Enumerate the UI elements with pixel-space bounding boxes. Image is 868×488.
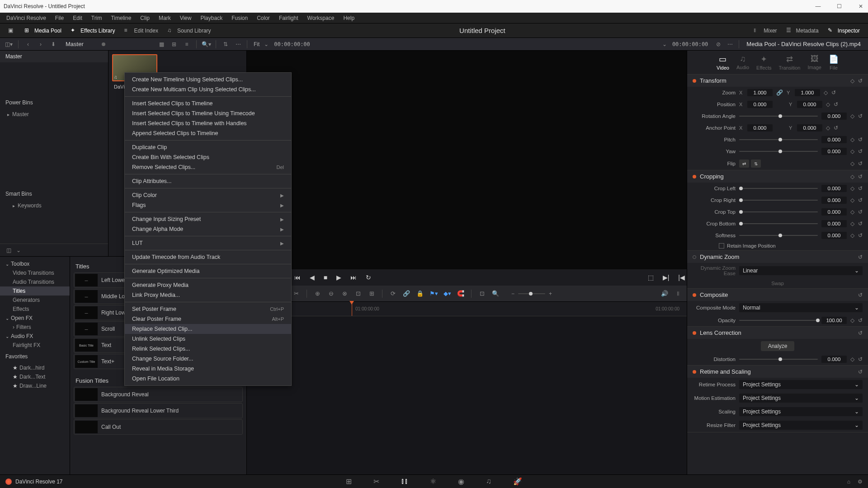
tree-toolbox[interactable]: Toolbox [0, 259, 70, 268]
edit-page-button[interactable]: ⫿⫿ [401, 477, 408, 486]
favorite-item[interactable]: ★Draw...Line [0, 381, 70, 390]
menu-edit[interactable]: Edit [68, 15, 87, 21]
lock-button[interactable]: 🔒 [415, 289, 425, 299]
close-button[interactable]: ✕ [857, 3, 864, 10]
menu-item-open-file-location[interactable]: Open File Location [125, 374, 291, 384]
first-frame-button[interactable]: ⏮ [292, 272, 302, 283]
effects-library-button[interactable]: ✦Effects Library [66, 25, 119, 36]
fit-clip-button[interactable]: ⊡ [353, 289, 363, 299]
menu-file[interactable]: File [51, 15, 68, 21]
tree-generators[interactable]: Generators [0, 296, 70, 305]
rotation-value[interactable]: 0.000 [821, 113, 847, 120]
swap-button[interactable]: Swap [771, 281, 784, 286]
menu-davinci-resolve[interactable]: DaVinci Resolve [2, 15, 51, 21]
flag-button[interactable]: ⚑▾ [429, 289, 439, 299]
ease-select[interactable]: Linear⌄ [739, 266, 863, 275]
tree-titles[interactable]: Titles [0, 286, 70, 296]
menu-item-create-new-multicam-clip-using[interactable]: Create New Multicam Clip Using Selected … [125, 84, 291, 94]
fusion-page-button[interactable]: ⚛ [430, 477, 436, 486]
menu-playback[interactable]: Playback [196, 15, 227, 21]
pitch-value[interactable]: 0.000 [821, 136, 847, 143]
fusion-title-call-out[interactable]: Call Out [74, 419, 243, 435]
inspector-tab-video[interactable]: ▭Video [717, 54, 729, 70]
menu-item-replace-selected-clip-[interactable]: Replace Selected Clip... [125, 324, 291, 334]
timeline-options[interactable]: ⫴ [673, 289, 683, 299]
anchor-x-value[interactable]: 0.000 [747, 124, 773, 131]
home-button[interactable]: ⌂ [847, 479, 850, 485]
smart-bin-keywords[interactable]: Keywords [0, 201, 108, 211]
settings-button[interactable]: ⚙ [858, 479, 863, 485]
menu-item-clip-attributes-[interactable]: Clip Attributes... [125, 176, 291, 186]
fusion-title-background-reveal[interactable]: Background Reveal [74, 387, 243, 402]
nav-back[interactable]: ‹ [23, 39, 33, 49]
lens-header[interactable]: Lens Correction [700, 329, 854, 336]
favorite-item[interactable]: ★Dark...hird [0, 363, 70, 372]
distortion-value[interactable]: 0.000 [821, 356, 847, 363]
power-bin-master[interactable]: Master [0, 109, 108, 119]
media-pool-button[interactable]: ⊞Media Pool [20, 25, 66, 36]
cut-page-button[interactable]: ✂ [373, 477, 379, 486]
transform-header[interactable]: Transform [700, 77, 847, 84]
zoom-button[interactable]: 🔍 [491, 289, 500, 299]
menu-workspace[interactable]: Workspace [303, 15, 339, 21]
retain-position-checkbox[interactable] [719, 243, 724, 249]
favorites-header[interactable]: Favorites [0, 350, 70, 363]
anchor-y-value[interactable]: 0.000 [797, 124, 822, 131]
menu-item-create-bin-with-selected-clips[interactable]: Create Bin With Selected Clips [125, 152, 291, 162]
step-back-button[interactable]: ◀ [308, 272, 316, 283]
composite-mode-select[interactable]: Normal⌄ [739, 303, 863, 312]
tree-effects[interactable]: Effects [0, 305, 70, 314]
blade-tool[interactable]: ✂ [291, 289, 301, 299]
metadata-button[interactable]: ☰Metadata [782, 25, 823, 36]
zoom-fit-button[interactable]: ⊡ [477, 289, 487, 299]
options-button[interactable]: ⋯ [233, 39, 243, 49]
retime-process-select[interactable]: Project Settings⌄ [739, 380, 863, 389]
flip-h-button[interactable]: ⇄ [739, 160, 749, 168]
menu-item-update-timecode-from-audio-tra[interactable]: Update Timecode from Audio Track [125, 252, 291, 262]
last-frame-button[interactable]: ⏭ [349, 272, 359, 283]
fit-label[interactable]: Fit [251, 41, 262, 47]
media-page-button[interactable]: ⊞ [346, 477, 352, 486]
menu-fusion[interactable]: Fusion [227, 15, 252, 21]
crop-bottom-value[interactable]: 0.000 [821, 220, 847, 227]
menu-item-insert-selected-clips-to-timel[interactable]: Insert Selected Clips to Timeline Using … [125, 108, 291, 118]
crop-right-value[interactable]: 0.000 [821, 197, 847, 204]
smart-bins-header[interactable]: Smart Bins [0, 187, 108, 201]
retime-button[interactable]: ⟳ [388, 289, 398, 299]
menu-clip[interactable]: Clip [136, 15, 154, 21]
zoom-link-icon[interactable]: 🔗 [776, 89, 783, 96]
menu-item-unlink-selected-clips[interactable]: Unlink Selected Clips [125, 334, 291, 344]
menu-mark[interactable]: Mark [154, 15, 175, 21]
search-button[interactable]: 🔍▾ [201, 39, 211, 49]
bin-view-toggle[interactable]: ◫▾ [4, 39, 14, 49]
marker-button[interactable]: ◆▾ [442, 289, 452, 299]
minimize-button[interactable]: — [814, 3, 822, 10]
retime-header[interactable]: Retime and Scaling [700, 368, 854, 375]
match-frame-button[interactable]: ⬚ [646, 272, 656, 283]
snapping-button[interactable]: 🧲 [456, 289, 466, 299]
cropping-header[interactable]: Cropping [700, 173, 847, 180]
timeline-tracks[interactable] [247, 316, 687, 475]
mixer-button[interactable]: ⫴Mixer [749, 25, 781, 36]
import-button[interactable]: ⬇ [48, 39, 58, 49]
overwrite-clip-button[interactable]: ⊖ [326, 289, 336, 299]
menu-fairlight[interactable]: Fairlight [274, 15, 303, 21]
menu-item-insert-selected-clips-to-timel[interactable]: Insert Selected Clips to Timeline with H… [125, 118, 291, 128]
menu-trim[interactable]: Trim [87, 15, 107, 21]
opacity-value[interactable]: 100.00 [821, 317, 847, 324]
tree-open-fx[interactable]: Open FX [0, 314, 70, 323]
dynamic-zoom-header[interactable]: Dynamic Zoom [700, 253, 854, 260]
fairlight-page-button[interactable]: ♫ [486, 477, 491, 486]
menu-item-clip-color[interactable]: Clip Color▶ [125, 190, 291, 200]
menu-item-duplicate-clip[interactable]: Duplicate Clip [125, 142, 291, 152]
zoom-reset[interactable]: ↺ [831, 89, 836, 96]
menu-help[interactable]: Help [339, 15, 359, 21]
menu-item-remove-selected-clips-[interactable]: Remove Selected Clips...Del [125, 162, 291, 172]
inspector-tab-image[interactable]: 🖼Image [807, 54, 821, 70]
power-bins-header[interactable]: Power Bins [0, 96, 108, 109]
menu-item-insert-selected-clips-to-timel[interactable]: Insert Selected Clips to Timeline [125, 99, 291, 108]
nav-forward[interactable]: › [36, 39, 46, 49]
zoom-y-value[interactable]: 1.000 [795, 89, 820, 96]
flip-v-button[interactable]: ⇅ [751, 160, 761, 168]
viewer[interactable] [247, 51, 687, 269]
